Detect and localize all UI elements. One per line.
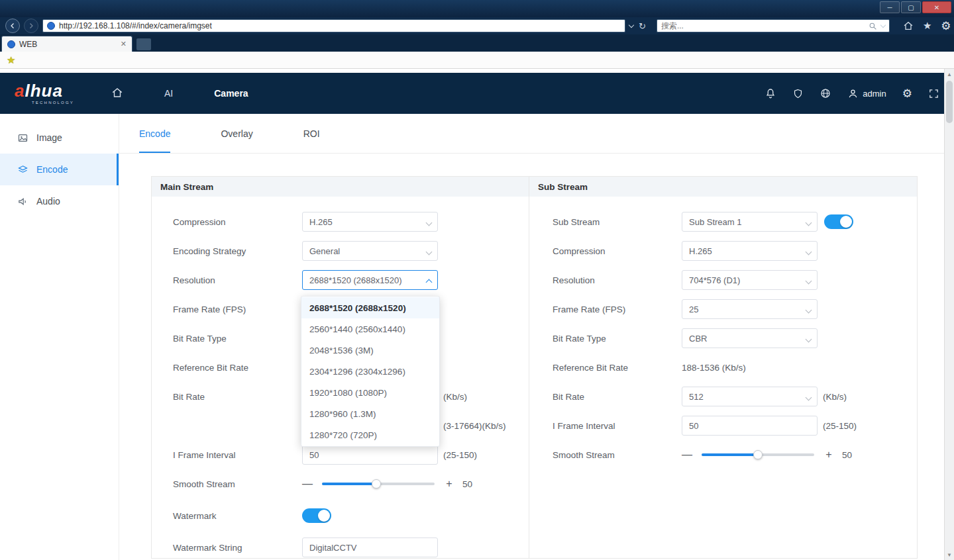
dropdown-option[interactable]: 2560*1440 (2560x1440): [301, 318, 439, 340]
search-box[interactable]: [657, 19, 890, 32]
dropdown-option[interactable]: 1280*960 (1.3M): [301, 403, 439, 424]
window-close-button[interactable]: ✕: [922, 1, 951, 13]
encoding-strategy-row: Encoding Strategy General: [173, 236, 529, 265]
select-value: General: [309, 246, 340, 256]
toggle-knob: [318, 510, 330, 522]
person-icon: [847, 88, 859, 99]
refresh-icon[interactable]: ↻: [639, 21, 646, 31]
nav-tab-ai[interactable]: AI: [164, 88, 173, 99]
settings-gear-icon[interactable]: ⚙: [902, 87, 912, 101]
sidebar-item-audio[interactable]: Audio: [0, 185, 119, 217]
address-dropdown-icon[interactable]: [629, 22, 634, 27]
resolution-row: Resolution 704*576 (D1): [553, 265, 917, 295]
sub-resolution-select[interactable]: 704*576 (D1): [682, 270, 818, 290]
sub-frame-rate-select[interactable]: 25: [682, 299, 818, 319]
fullscreen-icon[interactable]: [928, 88, 939, 99]
chevron-down-icon: [806, 278, 812, 285]
chevron-down-icon: [426, 220, 433, 226]
tab-overlay[interactable]: Overlay: [221, 114, 252, 153]
slider-decrease-button[interactable]: —: [302, 478, 313, 490]
search-input[interactable]: [661, 21, 865, 30]
field-label: Smooth Stream: [553, 450, 682, 460]
browser-tab-web[interactable]: WEB ✕: [1, 36, 132, 52]
resolution-select[interactable]: 2688*1520 (2688x1520): [302, 270, 438, 290]
watermark-toggle[interactable]: [302, 508, 331, 523]
arrow-right-icon: [27, 22, 35, 30]
logo-subtitle: TECHNOLOGY: [32, 101, 74, 105]
nav-home-button[interactable]: [111, 87, 123, 101]
watermark-string-input[interactable]: [302, 537, 438, 557]
tab-roi[interactable]: ROI: [303, 114, 320, 153]
sub-stream-title: Sub Stream: [529, 177, 917, 197]
bit-rate-row: Bit Rate 512 (Kb/s): [553, 382, 917, 411]
tab-favicon: [7, 40, 15, 48]
slider-fill: [322, 483, 376, 485]
dropdown-option[interactable]: 1920*1080 (1080P): [301, 382, 439, 403]
favorites-star-icon[interactable]: ★: [923, 20, 931, 32]
slider-knob[interactable]: [753, 450, 763, 459]
field-label: Compression: [173, 217, 302, 227]
page-scrollbar[interactable]: ▲ ▼: [944, 69, 954, 560]
dropdown-option[interactable]: 2048*1536 (3M): [301, 340, 439, 361]
sub-smooth-stream-slider[interactable]: [702, 453, 814, 456]
reference-bit-rate-row: Reference Bit Rate 188-1536 (Kb/s): [553, 353, 917, 382]
sub-stream-toggle[interactable]: [824, 214, 853, 229]
new-tab-button[interactable]: [136, 38, 151, 50]
tab-encode[interactable]: Encode: [139, 114, 170, 153]
field-label: Reference Bit Rate: [553, 363, 682, 373]
shield-icon[interactable]: [792, 88, 804, 99]
slider-increase-button[interactable]: +: [444, 478, 454, 490]
add-favorite-star-icon[interactable]: ★: [7, 54, 15, 66]
field-label: Smooth Stream: [173, 479, 302, 489]
field-label: Bit Rate: [553, 392, 682, 402]
sub-stream-enable-row: Sub Stream Sub Stream 1: [553, 207, 917, 236]
compression-select[interactable]: H.265: [302, 212, 438, 232]
resolution-dropdown: 2688*1520 (2688x1520) 2560*1440 (2560x14…: [301, 296, 440, 447]
sub-stream-select[interactable]: Sub Stream 1: [682, 212, 818, 232]
slider-knob[interactable]: [372, 479, 381, 489]
home-icon[interactable]: [903, 21, 914, 31]
user-menu[interactable]: admin: [847, 88, 886, 99]
forward-button[interactable]: [24, 19, 38, 33]
url-input[interactable]: [59, 21, 621, 30]
i-frame-range: (25-150): [823, 421, 857, 431]
tab-close-icon[interactable]: ✕: [121, 40, 127, 48]
globe-icon[interactable]: [820, 87, 831, 99]
field-label: Frame Rate (FPS): [553, 304, 682, 314]
bell-icon[interactable]: [765, 87, 776, 99]
favorites-bar: ★: [0, 52, 954, 69]
window-maximize-button[interactable]: ▢: [901, 1, 921, 13]
sidebar-item-label: Image: [36, 132, 62, 143]
window-minimize-button[interactable]: ─: [880, 1, 900, 13]
resolution-row: Resolution 2688*1520 (2688x1520): [173, 265, 529, 295]
smooth-stream-slider[interactable]: [322, 483, 435, 485]
search-icon[interactable]: [869, 22, 877, 30]
slider-decrease-button[interactable]: —: [682, 449, 692, 461]
search-options-icon[interactable]: [880, 22, 886, 27]
field-label: Bit Rate Type: [173, 334, 302, 344]
sub-i-frame-interval-input[interactable]: [682, 416, 818, 436]
scrollbar-thumb[interactable]: [946, 81, 953, 123]
sub-compression-select[interactable]: H.265: [682, 241, 818, 261]
slider-increase-button[interactable]: +: [823, 449, 834, 461]
browser-settings-icon[interactable]: ⚙: [941, 19, 951, 33]
logo-first-letter: a: [15, 81, 25, 101]
dropdown-option[interactable]: 2688*1520 (2688x1520): [301, 297, 439, 318]
sidebar-item-image[interactable]: Image: [0, 122, 119, 154]
sidebar-item-label: Audio: [36, 196, 60, 207]
scroll-up-arrow[interactable]: ▲: [945, 69, 954, 79]
sidebar-item-encode[interactable]: Encode: [0, 154, 119, 185]
sub-bit-rate-select[interactable]: 512: [682, 387, 818, 406]
field-label: I Frame Interval: [173, 450, 302, 460]
sub-bit-rate-type-select[interactable]: CBR: [682, 328, 818, 348]
chevron-down-icon: [806, 220, 812, 226]
dropdown-option[interactable]: 1280*720 (720P): [301, 424, 439, 445]
i-frame-interval-input[interactable]: [302, 445, 438, 465]
dropdown-option[interactable]: 2304*1296 (2304x1296): [301, 361, 439, 382]
encoding-strategy-select[interactable]: General: [302, 241, 438, 261]
nav-tab-camera[interactable]: Camera: [214, 88, 248, 99]
back-button[interactable]: [5, 19, 20, 33]
address-bar[interactable]: [42, 19, 625, 32]
slider-fill: [702, 453, 758, 456]
scroll-down-arrow[interactable]: ▼: [945, 549, 954, 560]
